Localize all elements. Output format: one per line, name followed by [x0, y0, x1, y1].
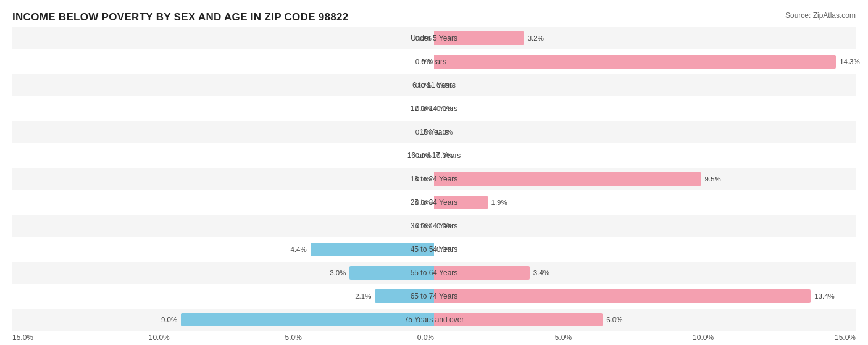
- bar-inner: 0.0% 6 to 11 Years 0.0%: [12, 74, 856, 96]
- male-bar: [311, 243, 434, 256]
- chart-title: INCOME BELOW POVERTY BY SEX AND AGE IN Z…: [12, 11, 856, 23]
- male-value: 4.4%: [290, 246, 307, 253]
- left-section: 4.4%: [12, 238, 434, 260]
- right-section: 13.4%: [434, 285, 856, 307]
- bar-inner: 0.0% 15 Years 0.0%: [12, 121, 856, 143]
- right-section: 9.5%: [434, 168, 856, 190]
- female-bar: [434, 172, 701, 186]
- bar-row: 0.0% 15 Years 0.0%: [12, 121, 856, 143]
- female-value: 0.0%: [436, 81, 453, 89]
- bar-row: 0.0% 12 to 14 Years 0.0%: [12, 98, 856, 120]
- axis-label-15l: 15.0%: [12, 333, 33, 342]
- bar-inner: 0.0% 35 to 44 Years 0.0%: [12, 215, 856, 237]
- female-value: 0.0%: [436, 105, 453, 112]
- male-value: 0.0%: [415, 105, 432, 112]
- male-value: 0.0%: [415, 175, 432, 183]
- female-bar: [434, 289, 811, 303]
- bar-row: 3.0% 55 to 64 Years 3.4%: [12, 262, 856, 284]
- left-section: 3.0%: [12, 262, 434, 284]
- male-value: 9.0%: [161, 316, 178, 323]
- female-value: 0.0%: [436, 246, 453, 253]
- male-value: 0.0%: [415, 128, 432, 136]
- male-bar: [181, 313, 434, 326]
- left-section: 0.0%: [12, 144, 434, 167]
- right-section: 0.0%: [434, 74, 856, 96]
- female-value: 13.4%: [813, 293, 835, 300]
- female-value: 9.5%: [704, 175, 721, 183]
- right-section: 3.2%: [434, 27, 856, 49]
- chart-container: INCOME BELOW POVERTY BY SEX AND AGE IN Z…: [0, 0, 868, 345]
- male-value: 0.0%: [415, 35, 432, 42]
- bar-row: 0.0% 5 Years 14.3%: [12, 51, 856, 73]
- axis-label-10l: 10.0%: [149, 333, 170, 342]
- female-value: 0.0%: [436, 222, 453, 230]
- right-section: 0.0%: [434, 215, 856, 237]
- bar-inner: 3.0% 55 to 64 Years 3.4%: [12, 262, 856, 284]
- bar-row: 0.0% Under 5 Years 3.2%: [12, 27, 856, 49]
- female-value: 3.2%: [527, 35, 544, 42]
- male-value: 0.0%: [415, 222, 432, 230]
- right-section: 14.3%: [434, 51, 856, 73]
- female-bar: [434, 31, 524, 45]
- bar-inner: 0.0% 12 to 14 Years 0.0%: [12, 98, 856, 120]
- left-section: 2.1%: [12, 285, 434, 307]
- female-value: 0.0%: [436, 128, 453, 136]
- female-value: 6.0%: [605, 316, 622, 323]
- right-section: 1.9%: [434, 191, 856, 214]
- male-value: 0.0%: [415, 152, 432, 159]
- axis-label-5l: 5.0%: [285, 333, 302, 342]
- female-value: 1.9%: [490, 199, 507, 206]
- bar-inner: 4.4% 45 to 54 Years 0.0%: [12, 238, 856, 260]
- female-bar: [434, 266, 530, 280]
- female-value: 3.4%: [532, 269, 549, 276]
- bar-inner: 0.0% 18 to 24 Years 9.5%: [12, 168, 856, 190]
- bar-row: 9.0% 75 Years and over 6.0%: [12, 309, 856, 331]
- left-section: 0.0%: [12, 27, 434, 49]
- bar-rows-container: 0.0% Under 5 Years 3.2% 0.0% 5 Years 14.…: [12, 27, 856, 331]
- left-section: 0.0%: [12, 121, 434, 143]
- female-bar: [434, 313, 603, 326]
- bar-row: 0.0% 16 and 17 Years 0.0%: [12, 144, 856, 167]
- right-section: 0.0%: [434, 144, 856, 167]
- bar-row: 0.0% 18 to 24 Years 9.5%: [12, 168, 856, 190]
- male-bar: [375, 289, 434, 303]
- right-section: 0.0%: [434, 98, 856, 120]
- female-bar: [434, 196, 488, 209]
- bar-row: 4.4% 45 to 54 Years 0.0%: [12, 238, 856, 260]
- bar-row: 2.1% 65 to 74 Years 13.4%: [12, 285, 856, 307]
- female-bar: [434, 55, 836, 69]
- axis-label-15r: 15.0%: [835, 333, 856, 342]
- right-section: 6.0%: [434, 309, 856, 331]
- left-section: 0.0%: [12, 168, 434, 190]
- female-value: 14.3%: [838, 58, 860, 65]
- right-section: 0.0%: [434, 238, 856, 260]
- axis-right: 5.0% 10.0% 15.0%: [434, 333, 856, 342]
- bar-inner: 0.0% 5 Years 14.3%: [12, 51, 856, 73]
- male-value: 0.0%: [415, 58, 432, 65]
- left-section: 0.0%: [12, 98, 434, 120]
- left-section: 9.0%: [12, 309, 434, 331]
- source-text: Source: ZipAtlas.com: [785, 11, 856, 20]
- bar-row: 0.0% 35 to 44 Years 0.0%: [12, 215, 856, 237]
- male-value: 0.0%: [415, 81, 432, 89]
- axis-label-0l: 0.0%: [417, 333, 434, 342]
- bar-row: 0.0% 25 to 34 Years 1.9%: [12, 191, 856, 214]
- right-section: 0.0%: [434, 121, 856, 143]
- bar-inner: 0.0% 16 and 17 Years 0.0%: [12, 144, 856, 167]
- axis-left: 15.0% 10.0% 5.0% 0.0%: [12, 333, 434, 342]
- bar-inner: 2.1% 65 to 74 Years 13.4%: [12, 285, 856, 307]
- male-bar: [349, 266, 434, 280]
- chart-wrapper: 0.0% Under 5 Years 3.2% 0.0% 5 Years 14.…: [12, 27, 856, 342]
- male-value: 3.0%: [330, 269, 347, 276]
- right-section: 3.4%: [434, 262, 856, 284]
- axis-bottom: 15.0% 10.0% 5.0% 0.0% 5.0% 10.0% 15.0%: [12, 333, 856, 342]
- male-value: 0.0%: [415, 199, 432, 206]
- left-section: 0.0%: [12, 215, 434, 237]
- bar-inner: 0.0% Under 5 Years 3.2%: [12, 27, 856, 49]
- left-section: 0.0%: [12, 191, 434, 214]
- female-value: 0.0%: [436, 152, 453, 159]
- left-section: 0.0%: [12, 74, 434, 96]
- bar-row: 0.0% 6 to 11 Years 0.0%: [12, 74, 856, 96]
- bar-inner: 0.0% 25 to 34 Years 1.9%: [12, 191, 856, 214]
- bar-inner: 9.0% 75 Years and over 6.0%: [12, 309, 856, 331]
